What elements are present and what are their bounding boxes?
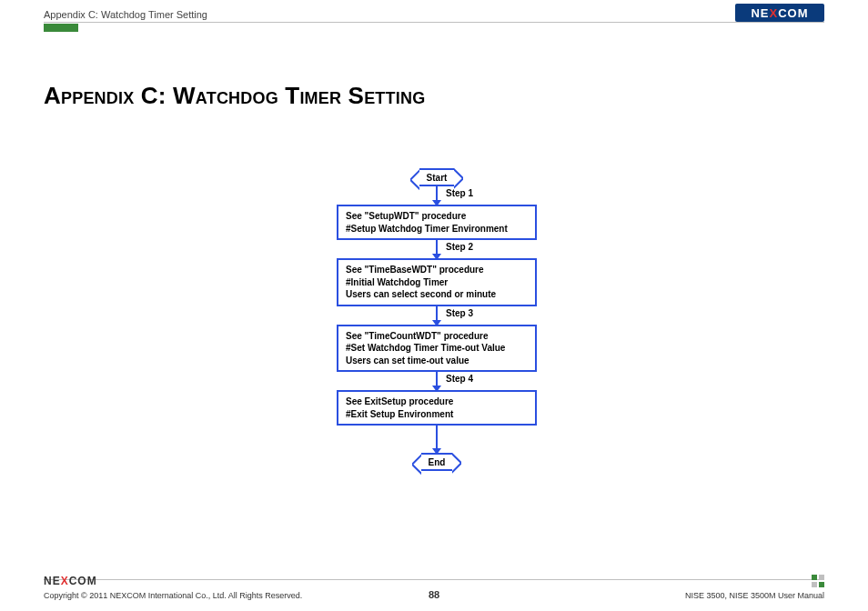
footer-logo: NEXCOM xyxy=(44,575,97,587)
footer-rule xyxy=(44,579,824,580)
flow-start-label: Start xyxy=(427,173,448,183)
flow-box-3: See "TimeCountWDT" procedure #Set Watchd… xyxy=(337,325,537,373)
flow-arrow-icon xyxy=(436,372,438,386)
footer-mark-icon xyxy=(812,575,824,587)
flow-box-1-line-1: See "SetupWDT" procedure xyxy=(346,210,528,223)
flow-step-1-label: Step 1 xyxy=(446,188,473,198)
flow-arrow-icon xyxy=(436,426,438,449)
flow-box-3-line-1: See "TimeCountWDT" procedure xyxy=(346,330,528,343)
flow-box-2-line-1: See "TimeBaseWDT" procedure xyxy=(346,264,528,276)
footer-logo-pre: NE xyxy=(44,575,61,587)
flow-arrow-icon xyxy=(436,306,438,321)
header-breadcrumb: Appendix C: Watchdog Timer Setting xyxy=(44,9,824,20)
flow-start-terminator: Start xyxy=(419,168,455,186)
flow-box-1: See "SetupWDT" procedure #Setup Watchdog… xyxy=(337,205,537,240)
brand-logo: NEXCOM xyxy=(735,4,824,22)
flow-box-2-line-2: #Initial Watchdog Timer xyxy=(346,276,528,289)
flow-box-3-line-2: #Set Watchdog Timer Time-out Value xyxy=(346,342,528,355)
flowchart: Start Step 1 See "SetupWDT" procedure #S… xyxy=(318,168,555,471)
flow-end-label: End xyxy=(429,457,446,467)
footer-page-number: 88 xyxy=(429,589,439,600)
logo-part-post: COM xyxy=(778,6,808,20)
header-rule xyxy=(44,22,824,23)
footer-manual-name: NISE 3500, NISE 3500M User Manual xyxy=(685,591,824,600)
header-green-tab xyxy=(44,24,78,32)
flow-box-4-line-2: #Exit Setup Environment xyxy=(346,408,528,421)
hex-cap-right-icon xyxy=(452,453,461,475)
page: Appendix C: Watchdog Timer Setting NEXCO… xyxy=(0,0,868,611)
footer-logo-x: X xyxy=(61,575,69,587)
footer-copyright: Copyright © 2011 NEXCOM International Co… xyxy=(44,591,302,600)
logo-part-x: X xyxy=(770,6,779,20)
flow-end-terminator: End xyxy=(421,453,453,471)
flow-step-2-row: Step 2 xyxy=(318,240,555,255)
flow-box-3-line-3: Users can set time-out value xyxy=(346,355,528,367)
footer-logo-post: COM xyxy=(69,575,97,587)
flow-step-3-label: Step 3 xyxy=(446,308,473,318)
flow-box-2: See "TimeBaseWDT" procedure #Initial Wat… xyxy=(337,258,537,306)
brand-logo-text: NEXCOM xyxy=(751,6,808,20)
footer: NEXCOM Copyright © 2011 NEXCOM Internati… xyxy=(44,582,824,600)
flow-step-3-row: Step 3 xyxy=(318,306,555,321)
flow-arrow-icon xyxy=(436,240,438,255)
flow-box-2-line-3: Users can select second or minute xyxy=(346,288,528,301)
hex-cap-left-icon xyxy=(412,453,421,475)
flow-step-1-row: Step 1 xyxy=(318,186,555,201)
flow-final-arrow-row xyxy=(318,426,555,449)
flow-box-4: See ExitSetup procedure #Exit Setup Envi… xyxy=(337,390,537,426)
flow-box-1-line-2: #Setup Watchdog Timer Environment xyxy=(346,223,528,235)
page-title: Appendix C: Watchdog Timer Setting xyxy=(44,82,425,110)
flow-step-4-label: Step 4 xyxy=(446,374,473,384)
logo-part-pre: NE xyxy=(751,6,769,20)
flow-step-4-row: Step 4 xyxy=(318,372,555,386)
flow-box-4-line-1: See ExitSetup procedure xyxy=(346,396,528,408)
flow-step-2-label: Step 2 xyxy=(446,242,473,252)
flow-arrow-icon xyxy=(436,186,438,201)
